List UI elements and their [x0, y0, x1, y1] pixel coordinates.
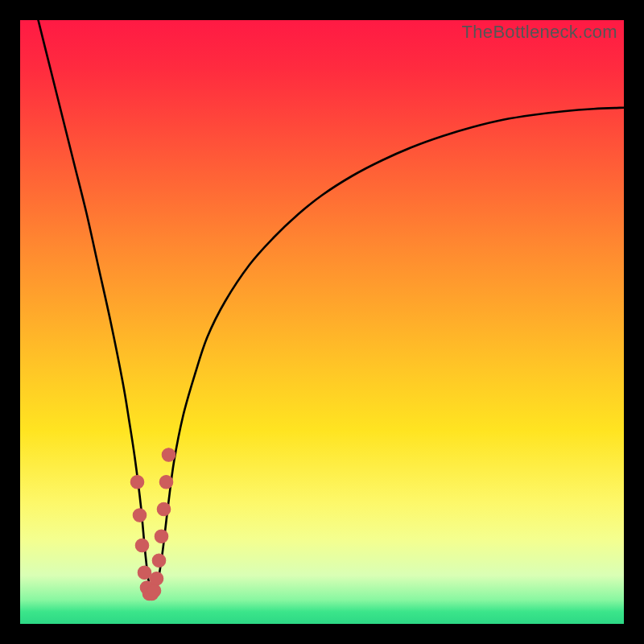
marker-point: [133, 509, 147, 522]
marker-point: [152, 554, 166, 568]
marker-point: [135, 539, 149, 552]
chart-area: TheBottleneck.com: [20, 20, 624, 624]
marker-point: [138, 566, 151, 580]
watermark-text: TheBottleneck.com: [462, 22, 617, 43]
marker-point: [147, 584, 161, 598]
curve-plot: [20, 20, 624, 624]
marker-point: [155, 530, 168, 543]
marker-point: [157, 502, 171, 516]
bottleneck-curve: [39, 20, 625, 594]
marker-point: [130, 476, 144, 489]
marker-point: [162, 448, 175, 462]
marker-point: [150, 572, 163, 586]
marker-point: [159, 476, 173, 489]
